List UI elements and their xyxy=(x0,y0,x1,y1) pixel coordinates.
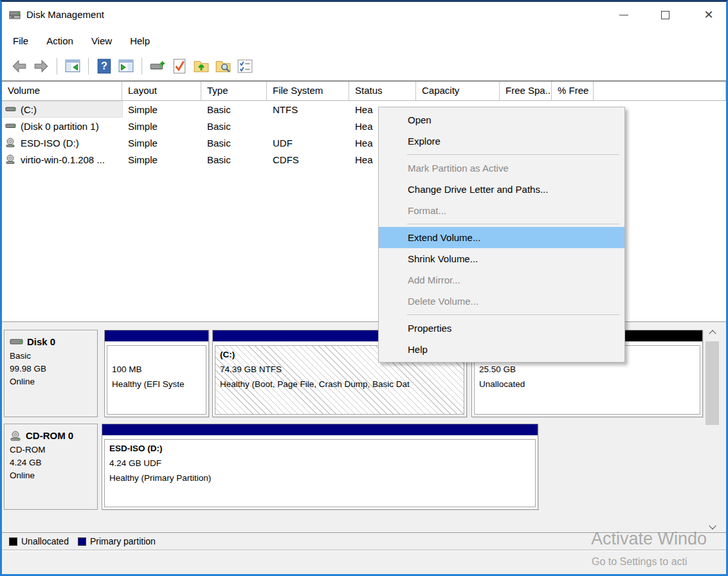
legend-swatch-unallocated xyxy=(9,537,17,546)
close-icon: ✕ xyxy=(704,9,713,21)
volume-name: virtio-win-0.1.208 ... xyxy=(21,154,105,165)
scroll-up-button[interactable] xyxy=(705,325,720,339)
menu-item-properties[interactable]: Properties xyxy=(379,318,624,339)
menu-help[interactable]: Help xyxy=(130,35,150,46)
forward-icon[interactable] xyxy=(32,57,50,75)
maximize-button[interactable] xyxy=(650,2,680,28)
menu-separator xyxy=(407,154,619,155)
volume-name: (Disk 0 partition 1) xyxy=(21,121,99,132)
disk-icon xyxy=(10,338,24,346)
activate-windows-watermark: Activate Windo xyxy=(591,529,707,549)
column-header-volume[interactable]: Volume xyxy=(2,82,122,100)
menu-item-change-drive-letter[interactable]: Change Drive Letter and Paths... xyxy=(379,179,624,200)
disk-status: Online xyxy=(10,375,93,388)
disk-name: Disk 0 xyxy=(27,336,55,347)
menu-separator xyxy=(407,224,619,224)
volume-name: (C:) xyxy=(21,104,37,115)
activate-windows-watermark-sub: Go to Settings to acti xyxy=(592,556,687,568)
partition-size: 74.39 GB NTFS xyxy=(220,362,464,377)
vertical-scrollbar[interactable] xyxy=(705,325,720,534)
column-header-file-system[interactable]: File System xyxy=(267,82,349,100)
column-header-status[interactable]: Status xyxy=(349,82,416,100)
minimize-button[interactable] xyxy=(609,2,639,28)
column-header-layout[interactable]: Layout xyxy=(122,82,201,100)
menu-action[interactable]: Action xyxy=(46,35,73,46)
column-header-capacity[interactable]: Capacity xyxy=(416,82,500,100)
legend-label: Unallocated xyxy=(21,536,69,546)
legend-unallocated: Unallocated xyxy=(9,536,69,546)
file-system-cell: NTFS xyxy=(267,104,349,115)
disk-status: Online xyxy=(10,469,93,482)
column-header-pct-free[interactable]: % Free xyxy=(552,82,594,100)
partition-efi[interactable]: 100 MB Healthy (EFI Syste xyxy=(104,330,209,417)
volume-name: ESD-ISO (D:) xyxy=(21,138,79,148)
partition-size: 100 MB xyxy=(112,362,206,377)
folder-magnifier-icon[interactable] xyxy=(214,57,232,75)
menu-bar: File Action View Help xyxy=(2,29,726,52)
volume-cell: (C:) xyxy=(2,102,122,117)
cd-volume-icon xyxy=(5,138,17,148)
type-cell: Basic xyxy=(201,138,267,148)
toolbar: ? xyxy=(2,52,726,80)
menu-view[interactable]: View xyxy=(91,35,112,46)
partition-status: Healthy (Primary Partition) xyxy=(109,471,535,485)
column-header-empty xyxy=(594,82,726,100)
back-icon[interactable] xyxy=(10,57,28,75)
partition-esd-iso[interactable]: ESD-ISO (D:) 4.24 GB UDF Healthy (Primar… xyxy=(102,424,538,510)
toolbar-separator xyxy=(141,58,142,75)
disk-kind: Basic xyxy=(10,350,93,363)
rescan-disks-icon[interactable] xyxy=(149,57,167,75)
menu-item-open[interactable]: Open xyxy=(379,109,624,130)
file-system-cell: CDFS xyxy=(267,154,349,165)
window-title: Disk Management xyxy=(26,9,104,20)
volume-cell: (Disk 0 partition 1) xyxy=(2,118,122,134)
show-console-tree-icon[interactable] xyxy=(64,57,82,75)
disk-size: 99.98 GB xyxy=(10,363,93,375)
cd-drive-icon xyxy=(10,431,23,441)
disk-volume-icon xyxy=(5,104,17,114)
menu-item-shrink-volume[interactable]: Shrink Volume... xyxy=(379,248,624,269)
type-cell: Basic xyxy=(201,154,267,165)
partition-band xyxy=(105,330,208,343)
partition-size: 4.24 GB UDF xyxy=(109,456,535,471)
show-action-pane-icon[interactable] xyxy=(117,57,135,75)
menu-item-explore[interactable]: Explore xyxy=(379,130,624,152)
type-cell: Basic xyxy=(201,104,267,115)
type-cell: Basic xyxy=(201,121,267,132)
column-header-type[interactable]: Type xyxy=(201,82,267,100)
document-check-icon[interactable] xyxy=(170,57,188,75)
chevron-up-icon xyxy=(709,330,716,337)
partition-status: Healthy (EFI Syste xyxy=(112,377,206,392)
disk-management-window: Disk Management ✕ File Action View Help … xyxy=(0,0,728,576)
menu-file[interactable]: File xyxy=(13,35,28,46)
disk0-label[interactable]: Disk 0 Basic 99.98 GB Online xyxy=(4,330,98,417)
minimize-icon xyxy=(619,15,628,15)
volume-list-header: Volume Layout Type File System Status Ca… xyxy=(2,82,726,101)
toolbar-separator xyxy=(57,58,57,75)
checklist-icon[interactable] xyxy=(236,57,254,75)
partition-band xyxy=(102,424,538,437)
menu-item-delete-volume: Delete Volume... xyxy=(379,291,624,312)
close-button[interactable]: ✕ xyxy=(694,2,723,28)
volume-cell: virtio-win-0.1.208 ... xyxy=(2,152,122,167)
partition-size: 25.50 GB xyxy=(479,362,700,377)
column-header-free-space[interactable]: Free Spa... xyxy=(500,82,552,100)
cd-volume-icon xyxy=(5,154,17,165)
partition-title: ESD-ISO (D:) xyxy=(109,441,535,456)
help-icon[interactable]: ? xyxy=(95,57,113,75)
disk-size: 4.24 GB xyxy=(10,456,93,469)
menu-item-help[interactable]: Help xyxy=(379,339,624,360)
menu-item-extend-volume[interactable]: Extend Volume... xyxy=(379,227,624,248)
scrollbar-thumb[interactable] xyxy=(705,341,719,425)
menu-item-add-mirror: Add Mirror... xyxy=(379,269,624,291)
cdrom0-label[interactable]: CD-ROM 0 CD-ROM 4.24 GB Online xyxy=(4,424,98,510)
legend-primary-partition: Primary partition xyxy=(78,536,156,546)
menu-separator xyxy=(407,314,619,315)
layout-cell: Simple xyxy=(122,104,201,115)
title-bar[interactable]: Disk Management ✕ xyxy=(2,2,726,29)
menu-item-format: Format... xyxy=(379,200,624,221)
folder-up-arrow-icon[interactable] xyxy=(192,57,210,75)
layout-cell: Simple xyxy=(122,154,201,165)
disk-name: CD-ROM 0 xyxy=(26,430,73,441)
chevron-down-icon xyxy=(709,522,716,529)
